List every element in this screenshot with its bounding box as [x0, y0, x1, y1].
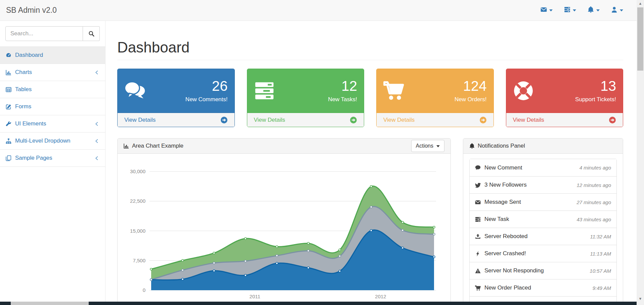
arrow-circle-right-icon — [220, 116, 228, 124]
sidebar-item-label: Dashboard — [15, 52, 43, 59]
svg-text:22,500: 22,500 — [130, 198, 145, 204]
navbar-menu-envelope-icon[interactable] — [535, 0, 558, 21]
files-icon — [6, 155, 11, 161]
sidebar-item-label: Forms — [15, 103, 31, 110]
view-details-link[interactable]: View Details — [377, 113, 493, 127]
notification-time: 11:32 AM — [590, 234, 611, 239]
sidebar-item-dashboard[interactable]: Dashboard — [0, 47, 105, 64]
view-details-label: View Details — [124, 117, 156, 123]
notification-item-server-crashed[interactable]: Server Crashed!11:13 AM — [470, 245, 616, 262]
sidebar: DashboardChartsTablesFormsUI ElementsMul… — [0, 21, 105, 305]
navbar-menu-bell-icon[interactable] — [582, 0, 605, 21]
notification-item-new-comment[interactable]: New Comment4 minutes ago — [470, 159, 616, 176]
notifications-list: New Comment4 minutes ago3 New Followers1… — [469, 159, 617, 305]
stat-value: 13 — [575, 79, 616, 93]
caret-down-icon — [573, 9, 576, 13]
sidebar-item-label: UI Elements — [15, 120, 46, 127]
notification-item-new-order-placed[interactable]: New Order Placed9:49 AM — [470, 279, 616, 296]
tasks-icon — [475, 217, 484, 222]
bar-chart-icon — [124, 143, 129, 149]
bell-icon — [469, 143, 475, 149]
svg-text:15,000: 15,000 — [130, 228, 145, 234]
stat-card-new-comments: 26New Comments!View Details — [117, 69, 235, 127]
view-details-label: View Details — [513, 117, 544, 123]
sidebar-item-multi-level-dropdown[interactable]: Multi-Level Dropdown — [0, 132, 105, 150]
notification-time: 27 minutes ago — [576, 199, 611, 205]
navbar-menu-tasks-icon[interactable] — [558, 0, 582, 21]
stat-value: 26 — [185, 79, 228, 93]
sidebar-search — [5, 26, 100, 41]
svg-text:2011: 2011 — [250, 294, 260, 299]
search-button[interactable] — [83, 26, 100, 41]
navbar-menu-user-icon[interactable] — [605, 0, 629, 21]
notification-time: 11:13 AM — [590, 251, 611, 257]
panel-title: Notifications Panel — [478, 143, 525, 149]
stat-card-new-tasks: 12New Tasks!View Details — [247, 69, 364, 127]
arrow-circle-right-icon — [609, 116, 616, 124]
sidebar-item-forms[interactable]: Forms — [0, 98, 105, 115]
bolt-icon — [475, 251, 484, 257]
sidebar-item-ui-elements[interactable]: UI Elements — [0, 115, 105, 132]
svg-text:7,500: 7,500 — [133, 258, 145, 263]
scroll-up-arrow[interactable]: ▲ — [637, 2, 644, 5]
angle-left-icon — [94, 139, 99, 144]
sidebar-item-sample-pages[interactable]: Sample Pages — [0, 150, 105, 167]
notification-item-new-task[interactable]: New Task43 minutes ago — [470, 211, 616, 228]
stat-label: New Orders! — [455, 96, 486, 103]
horizontal-scrollbar-thumb[interactable] — [11, 302, 89, 305]
wrench-icon — [6, 121, 11, 127]
caret-down-icon — [620, 9, 623, 13]
notification-time: 9:49 AM — [593, 285, 611, 291]
edit-icon — [6, 104, 11, 110]
angle-left-icon — [94, 70, 99, 75]
top-navbar: SB Admin v2.0 — [0, 0, 644, 21]
vertical-scrollbar[interactable]: ▲ ▼ — [637, 0, 644, 305]
area-chart-panel-heading: Area Chart Example Actions — [118, 139, 450, 154]
actions-dropdown-button[interactable]: Actions — [411, 140, 444, 152]
twitter-icon — [475, 182, 484, 188]
notification-item-message-sent[interactable]: Message Sent27 minutes ago — [470, 193, 616, 211]
notification-time: 12 minutes ago — [576, 182, 611, 188]
area-chart-panel: Area Chart Example Actions 07,50015,0002… — [117, 138, 451, 305]
cart-icon — [475, 285, 484, 291]
notification-label: New Comment — [484, 164, 522, 171]
angle-left-icon — [94, 156, 99, 161]
sidebar-item-label: Charts — [15, 69, 32, 76]
sidebar-item-tables[interactable]: Tables — [0, 81, 105, 98]
area-chart: 07,50015,00022,50030,00020112012 — [124, 159, 445, 305]
stat-cards-row: 26New Comments!View Details12New Tasks!V… — [117, 69, 623, 127]
notification-label: Server Not Responding — [484, 267, 544, 274]
sidebar-item-charts[interactable]: Charts — [0, 64, 105, 81]
comments-icon — [124, 80, 145, 101]
arrow-circle-right-icon — [350, 116, 357, 124]
navbar-right-menu — [535, 0, 629, 21]
notification-item-3-new-followers[interactable]: 3 New Followers12 minutes ago — [470, 176, 616, 193]
view-details-link[interactable]: View Details — [118, 113, 234, 127]
notification-label: Message Sent — [484, 199, 521, 205]
view-details-link[interactable]: View Details — [506, 113, 623, 127]
sidebar-item-label: Tables — [15, 86, 32, 93]
scroll-down-arrow[interactable]: ▼ — [637, 297, 644, 301]
search-input[interactable] — [5, 26, 83, 41]
horizontal-scrollbar[interactable] — [0, 302, 637, 305]
notification-item-server-not-responding[interactable]: Server Not Responding10:57 AM — [470, 262, 616, 279]
table-icon — [6, 87, 11, 92]
view-details-link[interactable]: View Details — [247, 113, 364, 127]
notification-label: Server Rebooted — [484, 233, 528, 240]
notification-item-server-rebooted[interactable]: Server Rebooted11:32 AM — [470, 228, 616, 245]
comment-icon — [475, 165, 484, 170]
view-details-label: View Details — [254, 117, 285, 123]
vertical-scrollbar-thumb[interactable] — [637, 7, 643, 71]
caret-down-icon — [549, 9, 553, 13]
notification-time: 43 minutes ago — [576, 217, 611, 222]
life-ring-icon — [513, 80, 534, 101]
panels-row: Area Chart Example Actions 07,50015,0002… — [117, 138, 623, 305]
stat-value: 12 — [328, 79, 357, 93]
stat-card-support-tickets: 13Support Tickets!View Details — [506, 69, 624, 127]
cart-icon — [383, 80, 404, 101]
upload-icon — [475, 234, 484, 239]
main-content: Dashboard 26New Comments!View Details12N… — [105, 21, 637, 305]
sidebar-item-label: Sample Pages — [15, 155, 52, 161]
brand[interactable]: SB Admin v2.0 — [6, 0, 57, 20]
search-icon — [88, 31, 94, 37]
